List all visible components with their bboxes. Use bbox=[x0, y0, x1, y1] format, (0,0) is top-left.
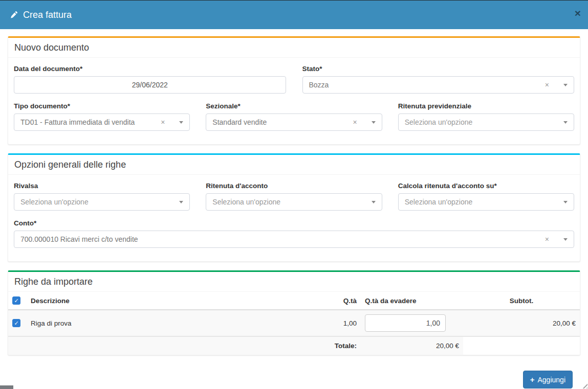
chevron-down-icon bbox=[372, 201, 376, 203]
sezionale-select[interactable]: Standard vendite × bbox=[206, 113, 382, 131]
section-nuovo-documento: Nuovo documento Data del documento* Stat… bbox=[8, 36, 580, 145]
section-title: Nuovo documento bbox=[14, 42, 89, 53]
tipo-documento-select[interactable]: TD01 - Fattura immediata di vendita × bbox=[14, 113, 190, 131]
modal-footer: + Aggiungi bbox=[8, 364, 580, 388]
clear-icon[interactable]: × bbox=[545, 81, 549, 88]
table-row: ✓ Riga di prova 1,00 20,00 € bbox=[8, 310, 580, 336]
field-data-documento: Data del documento* bbox=[14, 65, 286, 94]
section-header: Opzioni generali delle righe bbox=[8, 155, 580, 175]
modal-title: Crea fattura bbox=[10, 10, 72, 20]
field-rivalsa: Rivalsa Seleziona un'opzione bbox=[14, 182, 190, 211]
chevron-down-icon bbox=[563, 84, 568, 86]
section-title: Righe da importare bbox=[14, 277, 93, 287]
field-label: Ritenuta d'acconto bbox=[206, 182, 382, 190]
plus-icon: + bbox=[530, 375, 535, 384]
calcola-ritenuta-select[interactable]: Seleziona un'opzione bbox=[398, 193, 574, 211]
field-ritenuta-acconto: Ritenuta d'acconto Seleziona un'opzione bbox=[206, 182, 382, 211]
selected-value: Bozza bbox=[309, 81, 545, 89]
col-header-descrizione: Descrizione bbox=[27, 292, 310, 310]
cell-subtot: 20,00 € bbox=[463, 310, 580, 336]
chevron-down-icon bbox=[372, 121, 376, 124]
ritenuta-previdenziale-select[interactable]: Seleziona un'opzione bbox=[398, 113, 574, 131]
field-label: Ritenuta previdenziale bbox=[398, 102, 574, 110]
placeholder-value: Seleziona un'opzione bbox=[405, 118, 562, 126]
table-header-row: ✓ Descrizione Q.tà Q.tà da evadere Subto… bbox=[8, 292, 580, 310]
chevron-down-icon bbox=[563, 201, 568, 203]
chevron-down-icon bbox=[179, 201, 183, 203]
field-label: Sezionale* bbox=[206, 102, 382, 110]
cell-qta: 1,00 bbox=[310, 310, 361, 336]
placeholder-value: Seleziona un'opzione bbox=[405, 198, 562, 206]
field-label: Rivalsa bbox=[14, 182, 190, 190]
righe-table: ✓ Descrizione Q.tà Q.tà da evadere Subto… bbox=[8, 292, 580, 355]
background-page-fragment bbox=[0, 385, 13, 389]
total-value: 20,00 € bbox=[361, 336, 463, 355]
cell-descrizione: Riga di prova bbox=[27, 310, 310, 336]
col-header-qta: Q.tà bbox=[310, 292, 361, 310]
selected-value: 700.000010 Ricavi merci c/to vendite bbox=[20, 235, 545, 243]
section-righe-importare: Righe da importare ✓ Descrizione Q.tà Q.… bbox=[8, 270, 580, 355]
col-header-subtot: Subtot. bbox=[463, 292, 580, 310]
section-header: Nuovo documento bbox=[8, 38, 580, 58]
add-button-label: Aggiungi bbox=[538, 376, 566, 384]
select-all-checkbox[interactable]: ✓ bbox=[12, 296, 20, 305]
clear-icon[interactable]: × bbox=[161, 119, 165, 126]
selected-value: Standard vendite bbox=[212, 118, 353, 126]
total-label: Totale: bbox=[310, 336, 361, 355]
rivalsa-select[interactable]: Seleziona un'opzione bbox=[14, 193, 190, 211]
qta-evadere-input[interactable] bbox=[365, 314, 446, 332]
field-sezionale: Sezionale* Standard vendite × bbox=[206, 102, 382, 131]
table-total-row: Totale: 20,00 € bbox=[8, 336, 580, 355]
add-button[interactable]: + Aggiungi bbox=[523, 371, 573, 388]
modal-title-text: Crea fattura bbox=[23, 10, 72, 20]
chevron-down-icon bbox=[179, 121, 183, 124]
selected-value: TD01 - Fattura immediata di vendita bbox=[20, 118, 161, 126]
modal-header: Crea fattura × bbox=[0, 0, 588, 29]
pencil-icon bbox=[10, 11, 18, 19]
col-header-qta-evadere: Q.tà da evadere bbox=[361, 292, 463, 310]
field-label: Tipo documento* bbox=[14, 102, 190, 110]
field-label: Conto* bbox=[14, 219, 574, 227]
field-stato: Stato* Bozza × bbox=[302, 65, 575, 94]
close-icon[interactable]: × bbox=[575, 8, 581, 18]
section-opzioni-righe: Opzioni generali delle righe Rivalsa Sel… bbox=[8, 153, 580, 262]
field-conto: Conto* 700.000010 Ricavi merci c/to vend… bbox=[14, 219, 574, 248]
stato-select[interactable]: Bozza × bbox=[302, 76, 575, 94]
clear-icon[interactable]: × bbox=[545, 236, 549, 243]
conto-select[interactable]: 700.000010 Ricavi merci c/to vendite × bbox=[14, 231, 574, 248]
chevron-down-icon bbox=[563, 238, 568, 241]
field-ritenuta-previdenziale: Ritenuta previdenziale Seleziona un'opzi… bbox=[398, 102, 574, 131]
section-body: Rivalsa Seleziona un'opzione Ritenuta d'… bbox=[8, 175, 580, 261]
field-label: Calcola ritenuta d'acconto su* bbox=[398, 182, 574, 190]
section-header: Righe da importare bbox=[8, 272, 580, 292]
data-documento-input[interactable] bbox=[14, 76, 286, 94]
placeholder-value: Seleziona un'opzione bbox=[212, 198, 370, 206]
field-calcola-ritenuta: Calcola ritenuta d'acconto su* Seleziona… bbox=[398, 182, 574, 211]
modal-body: Nuovo documento Data del documento* Stat… bbox=[0, 29, 588, 388]
section-body: Data del documento* Stato* Bozza × Tipo … bbox=[8, 58, 580, 144]
field-label: Data del documento* bbox=[14, 65, 286, 73]
section-title: Opzioni generali delle righe bbox=[14, 159, 126, 170]
clear-icon[interactable]: × bbox=[353, 119, 357, 126]
row-checkbox[interactable]: ✓ bbox=[12, 319, 20, 327]
ritenuta-acconto-select[interactable]: Seleziona un'opzione bbox=[206, 193, 382, 211]
field-tipo-documento: Tipo documento* TD01 - Fattura immediata… bbox=[14, 102, 190, 131]
chevron-down-icon bbox=[563, 121, 568, 124]
field-label: Stato* bbox=[302, 65, 575, 73]
placeholder-value: Seleziona un'opzione bbox=[20, 198, 178, 206]
